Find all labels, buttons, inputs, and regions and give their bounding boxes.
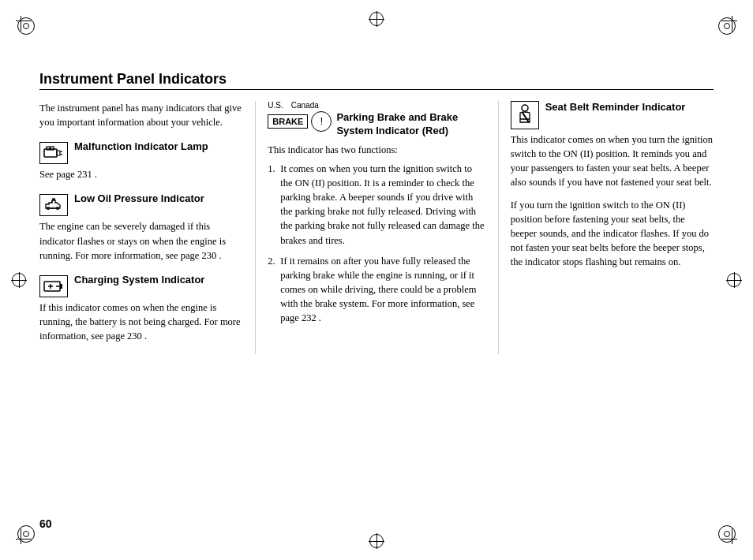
seatbelt-section: Seat Belt Reminder Indicator This indica… (511, 101, 714, 269)
oil-section: Low Oil Pressure Indicator The engine ca… (39, 192, 243, 262)
crosshair-bottom (369, 533, 384, 549)
malfunction-icon (39, 142, 68, 164)
column-left: The instrument panel has many indicators… (39, 101, 255, 354)
charging-title: Charging System Indicator (74, 274, 204, 287)
page-title: Instrument Panel Indicators (39, 71, 714, 88)
crosshair-top (369, 11, 384, 27)
seatbelt-title-wrap: Seat Belt Reminder Indicator (545, 101, 686, 114)
battery-icon-svg (43, 278, 65, 295)
charging-icon (39, 275, 68, 297)
oil-icon (39, 194, 68, 216)
charging-indicator-row: Charging System Indicator (39, 274, 243, 297)
seatbelt-indicator-row: Seat Belt Reminder Indicator (511, 101, 714, 129)
oil-indicator-row: Low Oil Pressure Indicator (39, 192, 243, 216)
svg-point-17 (522, 105, 528, 111)
title-rule (39, 89, 714, 90)
malfunction-indicator-row: Malfunction Indicator Lamp (39, 140, 243, 164)
malfunction-section: Malfunction Indicator Lamp See page 231 … (39, 140, 243, 181)
corner-line-tl (16, 16, 32, 32)
parking-title: Parking Brake and Brake System Indicator… (336, 111, 485, 138)
parking-item-1: It comes on when you turn the ignition s… (268, 162, 485, 248)
parking-section: U.S. Canada BRAKE ! Parking Brake and Br… (268, 101, 485, 325)
parking-list: It comes on when you turn the ignition s… (268, 162, 485, 325)
seatbelt-icon-svg (513, 103, 537, 127)
svg-rect-13 (60, 284, 62, 289)
crosshair-left (11, 272, 27, 288)
malfunction-title: Malfunction Indicator Lamp (74, 140, 208, 154)
intro-text: The instrument panel has many indicators… (39, 101, 243, 129)
seatbelt-title: Seat Belt Reminder Indicator (545, 101, 686, 113)
oil-icon-svg (43, 196, 65, 214)
seatbelt-body-1: This indicator comes on when you turn th… (511, 133, 714, 190)
engine-icon-svg (43, 144, 65, 162)
svg-line-18 (523, 113, 529, 122)
page: Instrument Panel Indicators The instrume… (0, 0, 753, 560)
canada-label: Canada (291, 101, 319, 110)
corner-line-br (721, 528, 737, 544)
corner-line-tr (721, 16, 737, 32)
brake-box: BRAKE (268, 114, 308, 129)
parking-item-2: If it remains on after you have fully re… (268, 254, 485, 326)
page-title-section: Instrument Panel Indicators (39, 71, 714, 90)
corner-line-bl (16, 528, 32, 544)
charging-body: If this indicator comes on when the engi… (39, 301, 243, 343)
parking-header: BRAKE ! Parking Brake and Brake System I… (268, 111, 485, 138)
parking-title-wrap: Parking Brake and Brake System Indicator… (336, 111, 485, 138)
seatbelt-icon (511, 101, 539, 129)
oil-title: Low Oil Pressure Indicator (74, 192, 204, 206)
oil-body: The engine can be severely damaged if th… (39, 219, 243, 262)
brake-icons: BRAKE ! (268, 111, 332, 132)
brake-circle-icon: ! (311, 111, 332, 132)
column-middle: U.S. Canada BRAKE ! Parking Brake and Br… (255, 101, 497, 354)
us-canada-labels: U.S. Canada (268, 101, 485, 110)
parking-intro: This indicator has two functions: (268, 143, 485, 157)
malfunction-body: See page 231 . (39, 167, 243, 181)
page-number: 60 (39, 517, 52, 530)
column-right: Seat Belt Reminder Indicator This indica… (498, 101, 714, 354)
svg-rect-3 (57, 151, 60, 155)
seatbelt-body-2: If you turn the ignition switch to the O… (511, 198, 714, 270)
us-label: U.S. (268, 101, 283, 110)
content-area: The instrument panel has many indicators… (39, 101, 714, 354)
charging-section: Charging System Indicator If this indica… (39, 274, 243, 343)
crosshair-right (726, 272, 742, 288)
